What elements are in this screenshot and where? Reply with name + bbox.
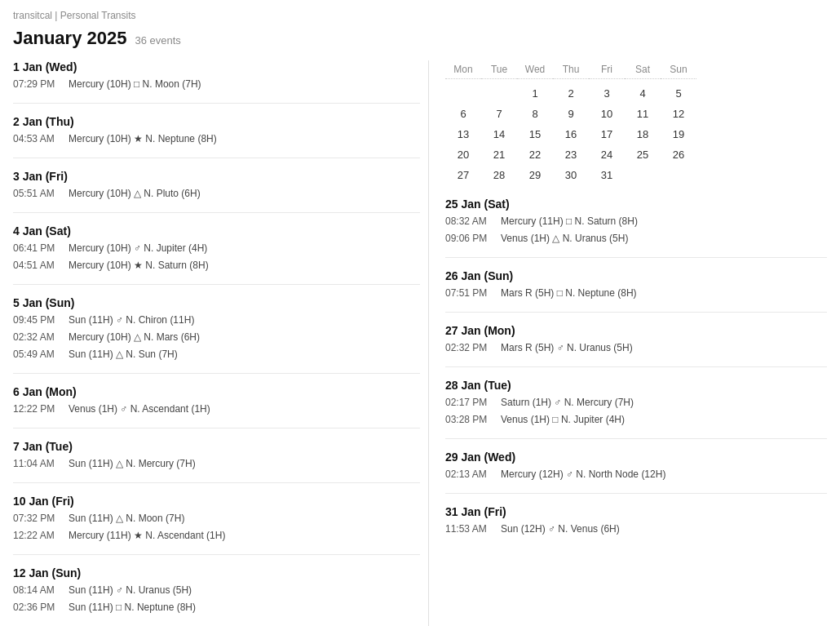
cal-day-cell[interactable]: 6 [445, 104, 481, 123]
event-detail: Mercury (10H) ★ N. Neptune (8H) [69, 131, 217, 146]
cal-day-cell[interactable]: 16 [553, 125, 589, 144]
event-detail: Sun (11H) □ N. Neptune (8H) [69, 600, 196, 615]
cal-day-cell[interactable]: 5 [661, 84, 696, 103]
right-event-row: 07:51 PMMars R (5H) □ N. Neptune (8H) [445, 286, 827, 300]
event-row: 11:04 AMSun (11H) △ N. Mercury (7H) [13, 456, 420, 471]
right-event-time: 11:53 AM [445, 522, 496, 536]
cal-day-cell[interactable]: 10 [589, 104, 625, 123]
cal-day-cell[interactable]: 27 [445, 166, 481, 184]
event-time: 04:53 AM [13, 131, 64, 146]
event-row: 07:29 PMMercury (10H) □ N. Moon (7H) [13, 77, 420, 91]
events-count: 36 events [135, 34, 180, 47]
cal-day-cell[interactable]: 15 [517, 125, 553, 144]
cal-day-cell[interactable]: 4 [625, 84, 661, 103]
cal-day-cell[interactable]: 28 [481, 166, 517, 184]
cal-day-cell[interactable]: 19 [661, 125, 696, 144]
right-event-detail: Mercury (12H) ♂ N. North Node (12H) [501, 467, 665, 482]
right-day-heading: 28 Jan (Tue) [445, 379, 827, 392]
day-divider [13, 373, 420, 374]
cal-day-cell[interactable]: 23 [553, 145, 589, 164]
day-divider [13, 158, 420, 158]
event-row: 05:49 AMSun (11H) △ N. Sun (7H) [13, 347, 420, 362]
right-day-block: 26 Jan (Sun)07:51 PMMars R (5H) □ N. Nep… [445, 269, 827, 300]
event-time: 12:22 PM [13, 402, 64, 416]
event-row: 04:51 AMMercury (10H) ★ N. Saturn (8H) [13, 258, 420, 273]
event-detail: Mercury (10H) □ N. Moon (7H) [69, 77, 201, 91]
event-detail: Mercury (11H) ★ N. Ascendant (1H) [69, 528, 225, 543]
cal-day-cell[interactable]: 7 [481, 104, 517, 123]
day-block: 1 Jan (Wed)07:29 PMMercury (10H) □ N. Mo… [13, 60, 420, 91]
cal-day-cell[interactable]: 11 [625, 104, 661, 123]
cal-header: Tue [481, 60, 517, 79]
right-events-container: 25 Jan (Sat)08:32 AMMercury (11H) □ N. S… [445, 198, 827, 536]
cal-day-cell [445, 84, 481, 103]
right-event-time: 03:28 PM [445, 412, 496, 427]
cal-header: Wed [517, 60, 553, 79]
cal-day-cell[interactable]: 25 [625, 145, 661, 164]
cal-day-cell[interactable]: 14 [481, 125, 517, 144]
right-day-block: 25 Jan (Sat)08:32 AMMercury (11H) □ N. S… [445, 198, 827, 246]
right-day-divider [445, 312, 827, 313]
cal-day-cell[interactable]: 18 [625, 125, 661, 144]
cal-day-cell[interactable]: 13 [445, 125, 481, 144]
cal-day-cell[interactable]: 24 [589, 145, 625, 164]
cal-day-cell[interactable]: 21 [481, 145, 517, 164]
right-event-time: 08:32 AM [445, 214, 496, 229]
day-heading: 5 Jan (Sun) [13, 296, 420, 309]
right-event-time: 02:32 PM [445, 340, 496, 355]
cal-day-cell[interactable]: 30 [553, 166, 589, 184]
cal-day-cell[interactable]: 20 [445, 145, 481, 164]
cal-day-cell[interactable]: 29 [517, 166, 553, 184]
event-time: 05:49 AM [13, 347, 64, 362]
cal-header: Thu [553, 60, 589, 79]
event-row: 08:14 AMSun (11H) ♂ N. Uranus (5H) [13, 583, 420, 597]
cal-day-cell[interactable]: 2 [553, 84, 589, 103]
cal-day-cell[interactable]: 3 [589, 84, 625, 103]
right-event-detail: Sun (12H) ♂ N. Venus (6H) [501, 522, 620, 536]
day-heading: 7 Jan (Tue) [13, 440, 420, 453]
right-day-heading: 27 Jan (Mon) [445, 324, 827, 337]
cal-header: Mon [445, 60, 481, 79]
day-block: 2 Jan (Thu)04:53 AMMercury (10H) ★ N. Ne… [13, 115, 420, 146]
cal-day-cell[interactable]: 12 [661, 104, 696, 123]
day-block: 12 Jan (Sun)08:14 AMSun (11H) ♂ N. Uranu… [13, 566, 420, 615]
cal-day-cell[interactable]: 9 [553, 104, 589, 123]
cal-day-cell[interactable]: 8 [517, 104, 553, 123]
event-time: 12:22 AM [13, 528, 64, 543]
right-event-detail: Saturn (1H) ♂ N. Mercury (7H) [501, 395, 634, 410]
right-day-block: 31 Jan (Fri)11:53 AMSun (12H) ♂ N. Venus… [445, 505, 827, 536]
event-detail: Sun (11H) △ N. Mercury (7H) [69, 456, 196, 471]
cal-day-cell[interactable]: 31 [589, 166, 625, 184]
right-day-heading: 25 Jan (Sat) [445, 198, 827, 211]
right-event-row: 08:32 AMMercury (11H) □ N. Saturn (8H) [445, 214, 827, 229]
cal-header: Sun [661, 60, 696, 79]
header-row: January 2025 36 events [13, 28, 827, 49]
event-row: 05:51 AMMercury (10H) △ N. Pluto (6H) [13, 186, 420, 201]
right-day-heading: 31 Jan (Fri) [445, 505, 827, 518]
day-heading: 4 Jan (Sat) [13, 224, 420, 238]
cal-day-cell[interactable]: 26 [661, 145, 696, 164]
event-time: 05:51 AM [13, 186, 64, 201]
cal-day-cell [625, 166, 661, 184]
day-block: 5 Jan (Sun)09:45 PMSun (11H) ♂ N. Chiron… [13, 296, 420, 362]
event-row: 09:45 PMSun (11H) ♂ N. Chiron (11H) [13, 313, 420, 327]
cal-day-cell[interactable]: 22 [517, 145, 553, 164]
right-day-divider [445, 493, 827, 494]
cal-day-cell [481, 84, 517, 103]
day-block: 7 Jan (Tue)11:04 AMSun (11H) △ N. Mercur… [13, 440, 420, 471]
event-detail: Mercury (10H) ♂ N. Jupiter (4H) [69, 241, 207, 255]
event-detail: Sun (11H) △ N. Sun (7H) [69, 347, 178, 362]
cal-header: Fri [589, 60, 625, 79]
day-heading: 6 Jan (Mon) [13, 385, 420, 398]
day-divider [13, 554, 420, 555]
cal-day-cell[interactable]: 1 [517, 84, 553, 103]
cal-day-cell[interactable]: 17 [589, 125, 625, 144]
day-heading: 12 Jan (Sun) [13, 566, 420, 579]
event-row: 02:36 PMSun (11H) □ N. Neptune (8H) [13, 600, 420, 615]
day-block: 4 Jan (Sat)06:41 PMMercury (10H) ♂ N. Ju… [13, 224, 420, 273]
event-row: 06:41 PMMercury (10H) ♂ N. Jupiter (4H) [13, 241, 420, 255]
event-detail: Sun (11H) △ N. Moon (7H) [69, 511, 184, 526]
right-day-block: 28 Jan (Tue)02:17 PMSaturn (1H) ♂ N. Mer… [445, 379, 827, 427]
right-day-divider [445, 257, 827, 258]
left-column: 1 Jan (Wed)07:29 PMMercury (10H) □ N. Mo… [13, 60, 429, 626]
